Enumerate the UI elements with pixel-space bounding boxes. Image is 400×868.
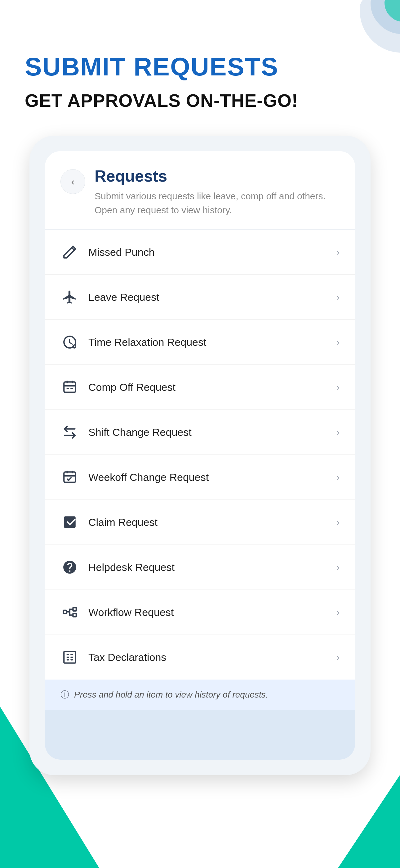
list-item-time-relaxation[interactable]: Time Relaxation Request ›	[45, 320, 355, 365]
shift-change-icon	[61, 423, 79, 441]
list-item-tax-declarations[interactable]: Tax Declarations ›	[45, 635, 355, 680]
time-relaxation-icon	[61, 333, 79, 351]
page-title: Requests	[95, 167, 339, 185]
header-section: SUBMIT REQUESTS GET APPROVALS ON-THE-GO!	[0, 0, 400, 111]
tax-declarations-chevron-icon: ›	[336, 652, 339, 662]
list-item-shift-change[interactable]: Shift Change Request ›	[45, 410, 355, 455]
shift-change-label: Shift Change Request	[88, 426, 327, 438]
comp-off-icon	[61, 378, 79, 397]
footer-hint: ⓘ Press and hold an item to view history…	[45, 680, 355, 710]
weekoff-change-chevron-icon: ›	[336, 472, 339, 483]
list-item-comp-off[interactable]: Comp Off Request ›	[45, 365, 355, 410]
list-item-missed-punch[interactable]: Missed Punch ›	[45, 230, 355, 275]
request-list: Missed Punch › Leave Request ›	[45, 230, 355, 680]
claim-request-label: Claim Request	[88, 516, 327, 528]
phone-bottom-area	[45, 710, 355, 760]
claim-request-chevron-icon: ›	[336, 517, 339, 527]
workflow-label: Workflow Request	[88, 606, 327, 618]
list-item-weekoff-change[interactable]: Weekoff Change Request ›	[45, 455, 355, 500]
weekoff-change-label: Weekoff Change Request	[88, 471, 327, 483]
claim-icon	[61, 513, 79, 531]
leave-request-chevron-icon: ›	[336, 292, 339, 302]
time-relaxation-label: Time Relaxation Request	[88, 336, 327, 348]
workflow-icon	[61, 603, 79, 621]
bg-teal-right	[338, 775, 400, 868]
missed-punch-label: Missed Punch	[88, 246, 327, 258]
list-item-workflow[interactable]: Workflow Request ›	[45, 590, 355, 635]
missed-punch-icon	[61, 243, 79, 261]
weekoff-change-icon	[61, 468, 79, 487]
svg-rect-1	[64, 382, 76, 393]
svg-rect-2	[64, 472, 76, 483]
phone-mockup: ‹ Requests Submit various requests like …	[29, 136, 371, 775]
app-header: ‹ Requests Submit various requests like …	[45, 151, 355, 230]
main-title: SUBMIT REQUESTS	[25, 53, 375, 81]
page-subtitle: Submit various requests like leave, comp…	[95, 189, 339, 217]
list-item-claim-request[interactable]: Claim Request ›	[45, 500, 355, 545]
missed-punch-chevron-icon: ›	[336, 247, 339, 257]
info-icon: ⓘ	[61, 689, 69, 701]
helpdesk-chevron-icon: ›	[336, 562, 339, 572]
phone-inner: ‹ Requests Submit various requests like …	[45, 151, 355, 760]
tax-icon	[61, 648, 79, 666]
helpdesk-label: Helpdesk Request	[88, 561, 327, 574]
time-relaxation-chevron-icon: ›	[336, 337, 339, 347]
helpdesk-icon	[61, 558, 79, 577]
phone-mockup-container: ‹ Requests Submit various requests like …	[29, 136, 371, 775]
list-item-leave-request[interactable]: Leave Request ›	[45, 275, 355, 320]
workflow-chevron-icon: ›	[336, 607, 339, 617]
header-text-block: Requests Submit various requests like le…	[95, 167, 339, 217]
svg-rect-6	[64, 651, 76, 663]
back-arrow-icon: ‹	[71, 176, 75, 187]
airplane-icon	[61, 288, 79, 306]
back-button[interactable]: ‹	[61, 169, 85, 194]
comp-off-label: Comp Off Request	[88, 381, 327, 393]
tax-declarations-label: Tax Declarations	[88, 651, 327, 663]
list-item-helpdesk[interactable]: Helpdesk Request ›	[45, 545, 355, 590]
shift-change-chevron-icon: ›	[336, 427, 339, 437]
footer-hint-text: Press and hold an item to view history o…	[74, 690, 268, 700]
main-subtitle: GET APPROVALS ON-THE-GO!	[25, 90, 375, 111]
comp-off-chevron-icon: ›	[336, 382, 339, 393]
leave-request-label: Leave Request	[88, 291, 327, 303]
